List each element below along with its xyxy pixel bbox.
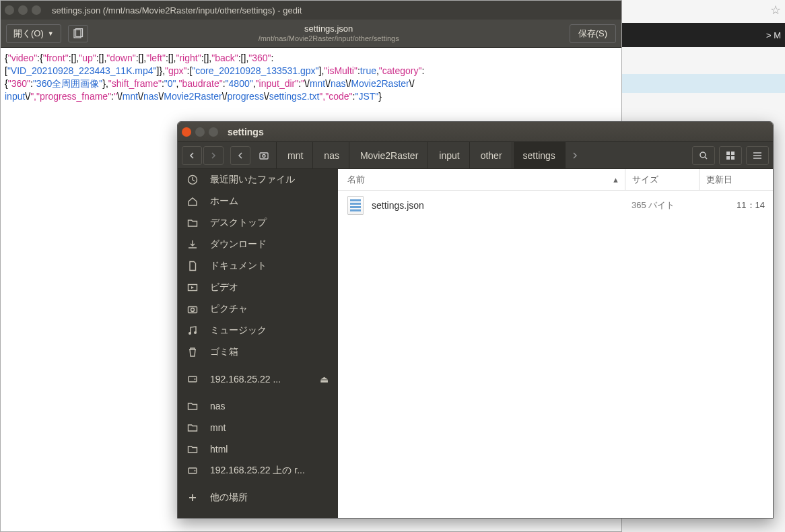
sidebar: 最近開いたファイルホームデスクトップダウンロードドキュメントビデオピクチャミュー…	[178, 169, 338, 518]
column-date[interactable]: 更新日	[699, 169, 773, 190]
new-document-button[interactable]	[68, 25, 88, 42]
svg-rect-6	[731, 152, 735, 155]
save-button[interactable]: 保存(S)	[570, 24, 616, 43]
minimize-icon[interactable]	[195, 127, 205, 137]
plus-icon	[187, 492, 199, 503]
breadcrumb-movie2raster[interactable]: Movie2Raster	[351, 142, 428, 169]
sidebar-item[interactable]: ミュージック	[178, 320, 338, 341]
search-button[interactable]	[692, 146, 715, 165]
svg-point-13	[189, 332, 191, 335]
sidebar-item[interactable]: ピクチャ	[178, 298, 338, 320]
sidebar-item-label: nas	[210, 401, 226, 411]
svg-point-14	[194, 331, 197, 334]
star-icon[interactable]: ☆	[770, 3, 781, 18]
gedit-text-content[interactable]: {"video":{"front":[],"up":[],"down":[],"…	[1, 48, 621, 107]
minimize-icon[interactable]	[18, 5, 28, 15]
gedit-filename: settings.json	[88, 24, 570, 34]
breadcrumb-overflow[interactable]	[567, 142, 583, 169]
folder-icon	[187, 422, 199, 433]
camera-icon	[187, 304, 199, 314]
sidebar-item[interactable]: mnt	[178, 417, 338, 438]
download-icon	[187, 239, 199, 250]
file-list-header: 名前▲ サイズ 更新日	[338, 169, 773, 191]
svg-rect-5	[726, 152, 730, 155]
sidebar-item[interactable]: html	[178, 438, 338, 460]
trash-icon	[187, 347, 199, 358]
forward-button[interactable]	[203, 146, 224, 165]
file-icon	[347, 196, 364, 215]
svg-rect-8	[731, 156, 735, 160]
hamburger-menu-button[interactable]	[746, 146, 769, 165]
eject-icon[interactable]: ⏏	[320, 374, 329, 385]
gedit-filepath: /mnt/nas/Movie2Raster/input/other/settin…	[88, 34, 570, 43]
sidebar-item[interactable]: ダウンロード	[178, 234, 338, 255]
file-manager-toolbar: mnt nas Movie2Raster input other setting…	[178, 142, 773, 169]
maximize-icon[interactable]	[209, 127, 218, 137]
sidebar-item-label: デスクトップ	[210, 217, 267, 229]
file-list-area: 名前▲ サイズ 更新日 settings.json 365 バイト 11：14	[338, 169, 773, 518]
file-size: 365 バイト	[625, 199, 699, 211]
svg-point-12	[191, 308, 195, 312]
path-separator-button[interactable]	[230, 146, 250, 165]
sidebar-item-label: ホーム	[210, 195, 238, 207]
sidebar-item-label: mnt	[210, 422, 226, 433]
svg-point-4	[700, 152, 706, 158]
sidebar-item-label: ビデオ	[210, 281, 238, 294]
breadcrumb-input[interactable]: input	[430, 142, 469, 169]
sidebar-item-label: 他の場所	[210, 492, 248, 504]
sidebar-item-label: ダウンロード	[210, 238, 267, 251]
back-button[interactable]	[182, 146, 202, 165]
doc-icon	[187, 261, 199, 271]
open-button[interactable]: 開く(O) ▼	[6, 24, 61, 43]
file-date: 11：14	[699, 199, 773, 211]
maximize-icon[interactable]	[32, 5, 41, 15]
view-grid-button[interactable]	[719, 146, 742, 165]
file-name: settings.json	[372, 200, 424, 211]
file-manager-window: settings mnt nas Movie2Raster input othe…	[177, 121, 774, 519]
breadcrumb-settings[interactable]: settings	[514, 142, 566, 169]
disk-icon	[187, 465, 199, 476]
sidebar-item-label: 192.168.25.22 ...	[210, 374, 281, 385]
sidebar-item[interactable]: 最近開いたファイル	[178, 169, 338, 191]
file-manager-body: 最近開いたファイルホームデスクトップダウンロードドキュメントビデオピクチャミュー…	[178, 169, 773, 518]
sidebar-item-label: 最近開いたファイル	[210, 174, 295, 186]
sidebar-item-label: 192.168.25.22 上の r...	[210, 465, 305, 477]
sidebar-item[interactable]: デスクトップ	[178, 212, 338, 234]
column-size[interactable]: サイズ	[625, 169, 699, 190]
svg-rect-7	[726, 156, 730, 160]
close-icon[interactable]	[182, 127, 191, 137]
folder-icon	[187, 218, 199, 228]
sidebar-item-label: ピクチャ	[210, 303, 248, 315]
sidebar-item[interactable]: 他の場所	[178, 487, 338, 508]
svg-rect-2	[260, 153, 268, 159]
window-title: settings	[228, 127, 264, 137]
breadcrumb-mnt[interactable]: mnt	[278, 142, 313, 169]
file-row[interactable]: settings.json 365 バイト 11：14	[338, 191, 773, 220]
clock-icon	[187, 174, 199, 185]
svg-point-16	[195, 378, 196, 380]
sidebar-item[interactable]: ホーム	[178, 191, 338, 212]
breadcrumb-nas[interactable]: nas	[314, 142, 349, 169]
sidebar-item[interactable]: 192.168.25.22 ...⏏	[178, 368, 338, 390]
gedit-file-info: settings.json /mnt/nas/Movie2Raster/inpu…	[88, 24, 570, 43]
sidebar-item[interactable]: 192.168.25.22 上の r...	[178, 460, 338, 481]
open-label: 開く(O)	[13, 28, 44, 40]
breadcrumb-root[interactable]	[252, 142, 277, 169]
breadcrumb-other[interactable]: other	[471, 142, 512, 169]
highlight-bar	[622, 74, 785, 93]
sidebar-item[interactable]: nas	[178, 395, 338, 417]
sidebar-item[interactable]: ゴミ箱	[178, 341, 338, 363]
svg-point-18	[195, 470, 196, 471]
gedit-toolbar: 開く(O) ▼ settings.json /mnt/nas/Movie2Ras…	[1, 20, 621, 48]
sidebar-item[interactable]: ドキュメント	[178, 255, 338, 277]
svg-point-3	[263, 154, 265, 157]
column-name[interactable]: 名前▲	[338, 174, 625, 186]
sort-asc-icon: ▲	[612, 176, 619, 184]
gedit-titlebar: settings.json (/mnt/nas/Movie2Raster/inp…	[1, 1, 621, 20]
close-icon[interactable]	[5, 5, 14, 15]
disk-icon	[187, 374, 199, 385]
folder-icon	[187, 401, 199, 411]
file-manager-titlebar[interactable]: settings	[178, 122, 773, 142]
dropdown-icon: ▼	[48, 30, 54, 37]
sidebar-item[interactable]: ビデオ	[178, 277, 338, 298]
